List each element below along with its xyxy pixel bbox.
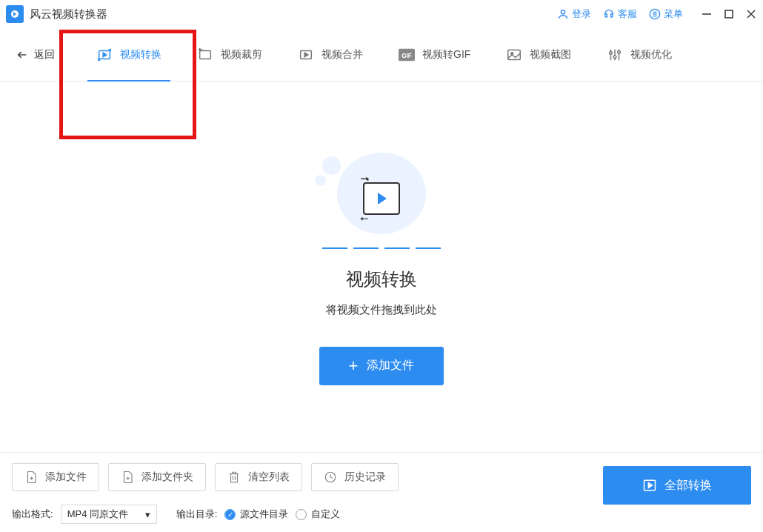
clear-list-button[interactable]: 清空列表 <box>215 463 302 491</box>
menu-list-icon <box>649 8 661 20</box>
bottom-add-folder-button[interactable]: 添加文件夹 <box>108 463 206 491</box>
tab-video-merge[interactable]: 视频合并 <box>280 28 381 81</box>
svg-text:GIF: GIF <box>402 52 412 59</box>
tab-video-convert[interactable]: 视频转换 <box>79 28 179 81</box>
svg-point-22 <box>610 51 613 54</box>
svg-point-26 <box>618 50 621 53</box>
svg-point-24 <box>614 55 617 58</box>
window-controls <box>701 8 757 20</box>
history-icon <box>324 471 337 484</box>
add-file-button[interactable]: + 添加文件 <box>319 347 444 385</box>
svg-rect-12 <box>200 50 211 59</box>
output-format-select[interactable]: MP4 同原文件 ▾ <box>61 505 157 524</box>
tab-label: 视频优化 <box>630 48 672 61</box>
tab-label: 视频转GIF <box>422 48 470 61</box>
svg-marker-39 <box>648 483 652 488</box>
gif-icon: GIF <box>399 47 415 63</box>
convert-icon <box>96 47 113 63</box>
chevron-down-icon: ▾ <box>145 509 150 520</box>
user-icon <box>557 8 569 20</box>
crop-icon <box>197 47 213 63</box>
empty-state-title: 视频转换 <box>346 267 417 291</box>
back-label: 返回 <box>34 48 55 61</box>
tab-label: 视频裁剪 <box>221 48 262 61</box>
tab-video-screenshot[interactable]: 视频截图 <box>488 28 589 81</box>
menu-button[interactable]: 菜单 <box>649 7 683 21</box>
bottom-add-folder-label: 添加文件夹 <box>141 471 193 484</box>
screenshot-icon <box>506 47 522 63</box>
output-format-label: 输出格式: <box>12 508 53 521</box>
add-file-label: 添加文件 <box>367 358 414 373</box>
tab-label: 视频截图 <box>530 48 571 61</box>
login-label: 登录 <box>572 7 591 21</box>
svg-point-0 <box>561 10 564 14</box>
output-format-value: MP4 同原文件 <box>67 508 128 521</box>
tab-label: 视频转换 <box>120 48 161 61</box>
plus-icon: + <box>349 356 359 376</box>
trash-icon <box>227 471 241 484</box>
tab-video-crop[interactable]: 视频裁剪 <box>179 28 280 81</box>
optimize-icon <box>607 47 623 63</box>
tab-video-optimize[interactable]: 视频优化 <box>589 28 690 81</box>
arrow-left-icon <box>16 49 28 61</box>
history-label: 历史记录 <box>344 471 386 484</box>
headset-icon <box>603 8 615 20</box>
support-label: 客服 <box>618 7 637 21</box>
folder-add-icon <box>121 471 134 484</box>
radio-custom-dir[interactable]: 自定义 <box>296 508 340 521</box>
radio-source-dir[interactable]: 源文件目录 <box>224 508 288 521</box>
maximize-button[interactable] <box>723 8 735 20</box>
support-button[interactable]: 客服 <box>603 7 637 21</box>
tab-video-gif[interactable]: GIF 视频转GIF <box>381 28 488 81</box>
close-button[interactable] <box>745 8 757 20</box>
hero-illustration <box>307 149 456 260</box>
svg-rect-33 <box>231 474 238 482</box>
tabs: 视频转换 视频裁剪 视频合并 GIF 视频转GIF 视频截图 视频优化 <box>79 28 690 81</box>
tab-label: 视频合并 <box>321 48 363 61</box>
convert-all-button[interactable]: 全部转换 <box>603 466 751 505</box>
svg-marker-11 <box>103 53 107 57</box>
radio-custom-label: 自定义 <box>311 508 340 521</box>
history-button[interactable]: 历史记录 <box>311 463 399 491</box>
radio-source-label: 源文件目录 <box>240 508 288 521</box>
play-box-icon <box>642 478 657 493</box>
bottom-add-file-button[interactable]: 添加文件 <box>12 463 99 491</box>
app-icon <box>6 5 24 23</box>
menu-label: 菜单 <box>664 7 683 21</box>
convert-all-label: 全部转换 <box>664 478 712 493</box>
app-title: 风云视频转换器 <box>30 7 107 21</box>
bottom-bar: 添加文件 添加文件夹 清空列表 历史记录 全部转换 输出格式: MP4 同原文件… <box>0 452 763 532</box>
clear-list-label: 清空列表 <box>248 471 290 484</box>
back-button[interactable]: 返回 <box>7 48 64 61</box>
main-area: 视频转换 将视频文件拖拽到此处 + 添加文件 <box>0 82 763 452</box>
svg-marker-16 <box>304 53 308 57</box>
file-add-icon <box>24 471 38 484</box>
output-dir-label: 输出目录: <box>176 508 218 521</box>
minimize-button[interactable] <box>701 8 713 20</box>
toolbar: 返回 视频转换 视频裁剪 视频合并 GIF 视频转GIF 视频截图 视频优化 <box>0 28 763 82</box>
login-button[interactable]: 登录 <box>557 7 591 21</box>
bottom-add-file-label: 添加文件 <box>45 471 87 484</box>
svg-rect-6 <box>725 10 733 18</box>
titlebar: 风云视频转换器 登录 客服 菜单 <box>0 0 763 28</box>
merge-icon <box>298 47 314 63</box>
empty-state-subtitle: 将视频文件拖拽到此处 <box>326 303 437 317</box>
